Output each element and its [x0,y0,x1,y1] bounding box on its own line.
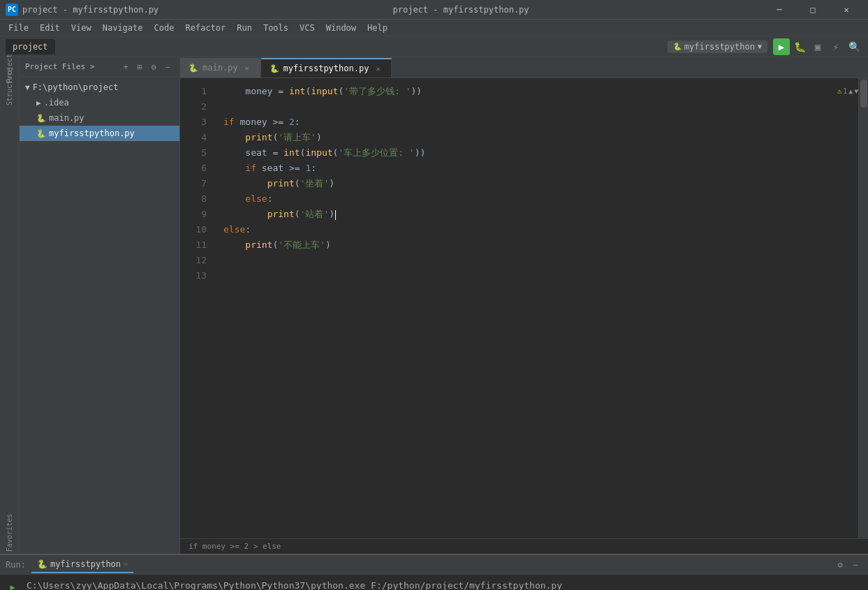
warning-count: 1 [843,84,847,99]
menu-window[interactable]: Window [321,22,362,34]
debug-button[interactable]: 🐛 [791,38,808,55]
breadcrumb-text: if money >= 2 > else [189,542,281,551]
bottom-panel: Run: 🐍 myfirsstpython ✕ ⚙ − ▶ ▲ ▼ ↵ 🖨 🗑 … [0,554,868,590]
toolbar: project 🐍 myfirsstpython ▼ ▶ 🐛 ▣ ⚡ 🔍 [0,36,868,57]
file-panel-expand-icon[interactable]: ⊞ [133,61,146,73]
active-file-breadcrumb: project - myfirsstpython.py [22,5,159,15]
bottom-settings-icon[interactable]: ⚙ [833,558,847,572]
file-panel-settings-icon[interactable]: ⚙ [147,61,160,73]
tree-mainpy-label: main.py [49,113,84,123]
tree-myfirstpy-label: myfirsstpython.py [49,128,135,138]
tree-item-myfirst-py[interactable]: 🐍 myfirsstpython.py [20,126,179,141]
warning-icon: ⚠ [837,84,842,99]
code-right-gutter: ⚠ 1 ▲ ▼ [837,78,858,538]
run-again-button[interactable]: ▶ [6,580,20,590]
breadcrumb: if money >= 2 > else [180,538,868,554]
title-bar: PC project - myfirsstpython.py project -… [0,0,868,20]
run-config-dropdown-icon: ▼ [758,43,762,50]
ide-icon: PC [6,3,18,16]
right-scrollbar[interactable] [858,78,868,538]
menu-run[interactable]: Run [231,22,258,34]
tab-main-label: main.py [203,63,238,73]
run-config-selector[interactable]: 🐍 myfirsstpython ▼ [668,40,767,53]
bottom-panel-tabs: Run: 🐍 myfirsstpython ✕ ⚙ − [0,555,868,575]
editor-tabs: 🐍 main.py ✕ 🐍 myfirsstpython.py ✕ [180,57,868,78]
terminal-output: ▶ ▲ ▼ ↵ 🖨 🗑 C:\Users\zyy\AppData\Local\P… [0,575,868,590]
tree-root-label: F:\python\project [33,82,119,92]
search-everywhere-button[interactable]: 🔍 [846,38,862,55]
file-panel: Project Files > + ⊞ ⚙ − ▼ F:\python\proj… [20,57,180,554]
bottom-tab-run[interactable]: 🐍 myfirsstpython ✕ [31,556,133,573]
file-panel-header: Project Files > + ⊞ ⚙ − [20,57,179,77]
tab-myfirst-py[interactable]: 🐍 myfirsstpython.py ✕ [261,58,392,78]
run-tab-close-icon[interactable]: ✕ [124,560,128,568]
tree-item-idea[interactable]: ▶ .idea [20,95,179,110]
left-sidebar-icons: Project Structure Favorites [0,57,20,554]
run-label: Run: [6,560,26,570]
bottom-minimize-icon[interactable]: − [848,558,862,572]
tree-item-main-py[interactable]: 🐍 main.py [20,110,179,126]
tree-item-root[interactable]: ▼ F:\python\project [20,80,179,95]
menu-edit[interactable]: Edit [34,22,66,34]
run-tab-icon: 🐍 [37,559,47,569]
menu-vcs[interactable]: VCS [294,22,321,34]
code-content[interactable]: money = int(input('带了多少钱: ')) if money >… [215,78,837,538]
bottom-panel-controls: ⚙ − [833,558,862,572]
terminal-gutter: ▶ ▲ ▼ ↵ 🖨 🗑 [6,579,27,590]
menu-tools[interactable]: Tools [258,22,294,34]
terminal-line-command: C:\Users\zyy\AppData\Local\Programs\Pyth… [27,579,862,590]
sidebar-structure-icon[interactable]: Structure [1,78,18,95]
file-panel-title: Project Files > [25,62,94,71]
run-config-icon: 🐍 [673,43,682,50]
sidebar-favorites-icon[interactable]: Favorites [6,514,13,554]
tab-main-close[interactable]: ✕ [242,63,252,73]
menu-navigate[interactable]: Navigate [97,22,149,34]
file-panel-close-icon[interactable]: − [161,61,174,73]
folder-closed-icon: ▶ [36,98,41,108]
main-area: Project Structure Favorites Project File… [0,57,868,554]
editor-area: 🐍 main.py ✕ 🐍 myfirsstpython.py ✕ 12345 … [180,57,868,554]
terminal-text: C:\Users\zyy\AppData\Local\Programs\Pyth… [27,579,862,590]
run-tab-label: myfirsstpython [50,559,121,569]
tree-idea-label: .idea [44,98,69,108]
python-icon-myfirst: 🐍 [270,64,279,73]
coverage-button[interactable]: ▣ [809,38,826,55]
code-editor[interactable]: 12345 678910 111213 money = int(input('带… [180,78,868,538]
window-title: project - myfirsstpython.py [159,5,763,15]
file-panel-add-icon[interactable]: + [119,61,132,73]
minimize-button[interactable]: ─ [763,0,795,20]
project-tab[interactable]: project [6,39,55,54]
line-numbers: 12345 678910 111213 [180,78,215,538]
python-file-active-icon: 🐍 [36,129,46,138]
file-tree: ▼ F:\python\project ▶ .idea 🐍 main.py 🐍 … [20,77,179,554]
up-arrow-icon: ▲ [848,84,853,99]
menu-code[interactable]: Code [149,22,180,34]
menu-file[interactable]: File [3,22,34,34]
close-button[interactable]: ✕ [830,0,862,20]
menu-help[interactable]: Help [362,22,393,34]
tab-myfirst-close[interactable]: ✕ [373,64,383,73]
profile-button[interactable]: ⚡ [827,38,844,55]
menu-view[interactable]: View [66,22,97,34]
maximize-button[interactable]: □ [797,0,829,20]
window-controls: ─ □ ✕ [763,0,862,20]
run-config-name: myfirsstpython [684,42,755,52]
python-file-icon: 🐍 [36,114,46,123]
python-icon-main: 🐍 [189,64,198,73]
tab-myfirst-label: myfirsstpython.py [284,64,369,73]
menu-bar: File Edit View Navigate Code Refactor Ru… [0,20,868,36]
file-panel-icons: + ⊞ ⚙ − [119,61,174,73]
run-button[interactable]: ▶ [773,38,790,55]
tab-main-py[interactable]: 🐍 main.py ✕ [180,58,261,78]
menu-refactor[interactable]: Refactor [179,22,231,34]
chevron-down-icon: ▼ [25,83,30,92]
